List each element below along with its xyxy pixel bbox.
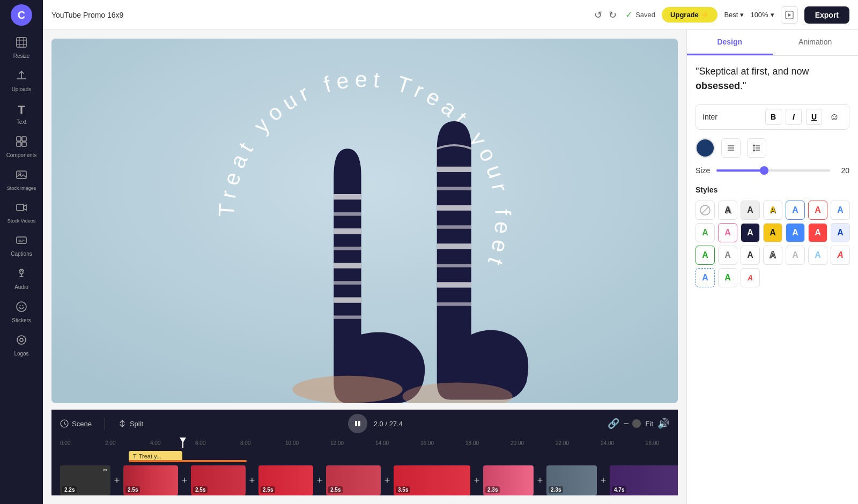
add-segment-8[interactable]: + bbox=[598, 465, 609, 495]
style-white-bg[interactable]: A bbox=[741, 201, 760, 220]
style-green-1[interactable]: A bbox=[696, 223, 715, 242]
sidebar-item-text[interactable]: T Text bbox=[3, 99, 40, 129]
topbar: YouTube Promo 16x9 ↺ ↻ ✓ Saved Upgrade ⚡… bbox=[43, 0, 858, 30]
style-green-outline[interactable]: A bbox=[696, 246, 715, 265]
upgrade-button[interactable]: Upgrade ⚡ bbox=[662, 7, 718, 23]
add-segment-6[interactable]: + bbox=[471, 465, 482, 495]
sidebar-item-components-label: Components bbox=[6, 152, 37, 158]
quality-label: Best bbox=[724, 11, 738, 19]
sidebar-item-audio-label: Audio bbox=[14, 284, 28, 290]
tab-design[interactable]: Design bbox=[687, 30, 773, 55]
svg-point-9 bbox=[20, 271, 23, 274]
app-logo[interactable]: C bbox=[11, 4, 32, 26]
uploads-icon bbox=[16, 70, 27, 84]
canvas-wrapper[interactable]: Treat your feet Treat your feet bbox=[51, 39, 678, 403]
video-segment-5[interactable]: 2.5s bbox=[326, 465, 381, 495]
sidebar-item-resize[interactable]: Resize bbox=[3, 32, 40, 63]
style-blue-2[interactable]: A bbox=[831, 223, 850, 242]
quality-selector[interactable]: Best ▾ bbox=[724, 11, 744, 19]
add-segment-4[interactable]: + bbox=[314, 465, 325, 495]
volume-button[interactable]: 🔊 bbox=[657, 418, 669, 429]
style-blue-1[interactable]: A bbox=[831, 201, 850, 220]
captions-icon bbox=[16, 234, 27, 249]
emoji-button[interactable]: ☺ bbox=[826, 109, 842, 125]
style-gray-1[interactable]: A bbox=[718, 246, 737, 265]
split-button[interactable]: Split bbox=[118, 419, 143, 428]
text-color-swatch[interactable] bbox=[696, 138, 715, 158]
video-segment-4[interactable]: 2.5s bbox=[258, 465, 313, 495]
sidebar-item-logos[interactable]: Logos bbox=[3, 330, 40, 361]
export-button[interactable]: Export bbox=[804, 6, 849, 24]
style-dark-1[interactable]: A bbox=[741, 246, 760, 265]
style-italic-red[interactable]: A bbox=[741, 268, 760, 287]
zoom-out-button[interactable]: − bbox=[624, 418, 630, 429]
video-segment-7[interactable]: 2.3s bbox=[483, 465, 534, 495]
style-light[interactable]: A bbox=[786, 246, 805, 265]
canvas-image: Treat your feet Treat your feet bbox=[51, 39, 678, 403]
segment-duration-3: 2.5s bbox=[193, 486, 208, 493]
style-red-2[interactable]: A bbox=[831, 246, 850, 265]
style-yellow-dark[interactable]: A bbox=[763, 223, 782, 242]
svg-rect-37 bbox=[358, 421, 360, 426]
redo-button[interactable]: ↻ bbox=[606, 7, 619, 23]
sidebar-item-audio[interactable]: Audio bbox=[3, 263, 40, 294]
link-button[interactable]: 🔗 bbox=[608, 418, 619, 429]
ruler-mark-10: 20.00 bbox=[511, 440, 556, 446]
video-segment-2[interactable]: 2.5s bbox=[123, 465, 178, 495]
video-segment-6[interactable]: 3.5s bbox=[394, 465, 470, 495]
svg-point-12 bbox=[17, 336, 26, 344]
tab-animation[interactable]: Animation bbox=[773, 30, 859, 55]
add-segment-1[interactable]: + bbox=[112, 465, 122, 495]
play-pause-button[interactable] bbox=[348, 414, 367, 433]
content-area: Treat your feet Treat your feet bbox=[43, 30, 858, 504]
align-button[interactable] bbox=[721, 138, 741, 158]
style-shadow[interactable]: A bbox=[718, 201, 737, 220]
zoom-selector[interactable]: 100% ▾ bbox=[750, 11, 774, 19]
sidebar-item-components[interactable]: Components bbox=[3, 131, 40, 162]
sidebar: C Resize Uploads T Text Components Stock… bbox=[0, 0, 43, 504]
sidebar-item-stock-images[interactable]: Stock Images bbox=[3, 165, 40, 195]
undo-button[interactable]: ↺ bbox=[592, 7, 604, 23]
font-controls: Inter B I U ☺ bbox=[696, 104, 849, 130]
ruler-mark-4: 8.00 bbox=[240, 440, 285, 446]
scene-button[interactable]: Scene bbox=[60, 419, 92, 428]
ruler-mark-11: 22.00 bbox=[556, 440, 601, 446]
add-segment-3[interactable]: + bbox=[247, 465, 257, 495]
preview-button[interactable] bbox=[781, 6, 798, 24]
size-slider[interactable] bbox=[716, 169, 830, 172]
bold-button[interactable]: B bbox=[765, 109, 781, 125]
style-none[interactable] bbox=[696, 201, 715, 220]
fit-button[interactable]: Fit bbox=[646, 420, 653, 428]
line-spacing-button[interactable] bbox=[747, 138, 766, 158]
saved-check-icon: ✓ bbox=[625, 10, 632, 20]
style-red-outline[interactable]: A bbox=[808, 201, 827, 220]
video-segment-8[interactable]: 2.3s bbox=[546, 465, 597, 495]
add-segment-7[interactable]: + bbox=[535, 465, 545, 495]
underline-button[interactable]: U bbox=[806, 109, 822, 125]
video-segment-9[interactable]: 4.7s bbox=[610, 465, 678, 495]
italic-button[interactable]: I bbox=[786, 109, 802, 125]
add-segment-2[interactable]: + bbox=[179, 465, 190, 495]
style-red-bg[interactable]: A bbox=[808, 223, 827, 242]
video-segment-3[interactable]: 2.5s bbox=[191, 465, 246, 495]
style-blue-bg[interactable]: A bbox=[786, 223, 805, 242]
sidebar-item-stock-videos[interactable]: Stock Videos bbox=[3, 197, 40, 228]
style-dark-bg[interactable]: A bbox=[741, 223, 760, 242]
add-segment-5[interactable]: + bbox=[382, 465, 393, 495]
style-green-2[interactable]: A bbox=[718, 268, 737, 287]
sidebar-item-stock-videos-label: Stock Videos bbox=[8, 218, 35, 224]
sidebar-item-stickers[interactable]: Stickers bbox=[3, 297, 40, 328]
style-yellow-shadow[interactable]: A bbox=[763, 201, 782, 220]
style-pink-1[interactable]: A bbox=[718, 223, 737, 242]
timeline-area: Scene Split bbox=[51, 410, 678, 495]
style-blue-outline[interactable]: A bbox=[786, 201, 805, 220]
style-blue-3[interactable]: A bbox=[696, 268, 715, 287]
sidebar-item-stock-images-label: Stock Images bbox=[7, 186, 36, 191]
video-segment-1[interactable]: ✂ 2.2s bbox=[60, 465, 110, 495]
style-outline[interactable]: A bbox=[763, 246, 782, 265]
sidebar-item-captions[interactable]: Captions bbox=[3, 230, 40, 261]
segment-duration-4: 2.5s bbox=[261, 486, 275, 493]
svg-rect-3 bbox=[17, 142, 21, 146]
sidebar-item-uploads[interactable]: Uploads bbox=[3, 65, 40, 97]
style-light-blue-1[interactable]: A bbox=[808, 246, 827, 265]
